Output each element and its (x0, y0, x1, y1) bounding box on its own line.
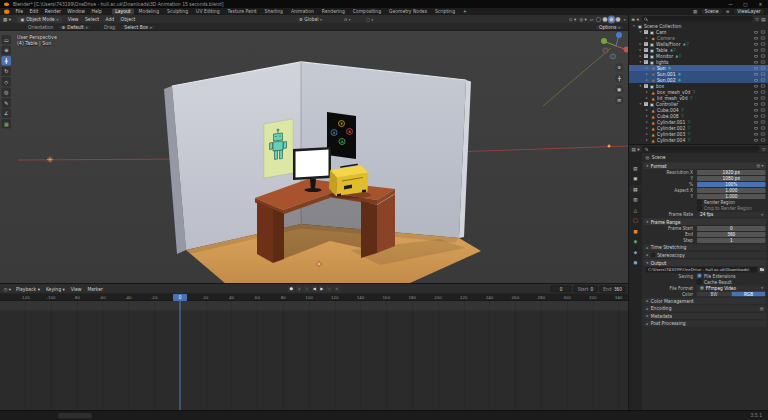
shading-wireframe[interactable] (596, 17, 601, 22)
jump-to-end-button[interactable]: » (334, 286, 341, 293)
mode-dropdown[interactable]: ▣ Object Mode ▾ (17, 16, 62, 22)
color-rgb-button[interactable]: RGB (732, 291, 766, 296)
timeline-tracks[interactable] (0, 301, 628, 410)
timeline-ruler[interactable]: -120-100-80-60-40-2002040608010012014016… (0, 294, 628, 301)
collection-checkbox[interactable] (644, 48, 648, 52)
disable-in-renders-toggle[interactable] (761, 61, 765, 64)
viewport-3d[interactable]: Y X B A (0, 31, 628, 283)
resolution-scale-slider[interactable]: 100% (697, 182, 766, 187)
disable-in-renders-toggle[interactable] (761, 43, 765, 46)
view-layer-selector[interactable]: ViewLayer (733, 8, 765, 15)
render-region-checkbox[interactable] (697, 200, 702, 205)
workspace-tab-shading[interactable]: Shading (261, 9, 286, 15)
properties-tab-tool[interactable]: ▧ (630, 164, 642, 172)
frame-range-panel-header[interactable]: ▾ Frame Range (644, 219, 767, 226)
panel-checkbox[interactable] (651, 253, 655, 257)
collection-checkbox[interactable] (644, 54, 648, 58)
collection-checkbox[interactable] (644, 42, 648, 46)
tool-scale-button[interactable]: ◇ (2, 77, 12, 87)
expand-icon[interactable]: ▸ (645, 108, 649, 112)
expand-icon[interactable]: ▾ (639, 84, 643, 88)
workspace-tab-compositing[interactable]: Compositing (349, 9, 384, 15)
playhead[interactable]: 0 (173, 294, 187, 301)
show-overlays-toggle[interactable]: ◎ ▾ (579, 17, 587, 22)
file-extensions-checkbox[interactable] (697, 274, 702, 279)
disable-in-renders-toggle[interactable] (761, 109, 765, 112)
hide-in-viewport-toggle[interactable] (754, 43, 758, 46)
expand-icon[interactable]: ▸ (639, 54, 643, 58)
aspect-y-field[interactable]: 1.000 (697, 194, 766, 199)
disable-in-renders-toggle[interactable] (761, 103, 765, 106)
disable-in-renders-toggle[interactable] (761, 55, 765, 58)
close-button[interactable]: × (753, 0, 768, 8)
properties-tab-light-data[interactable]: ◉ (630, 238, 642, 246)
jump-to-prev-keyframe-button[interactable]: ‹ (304, 286, 311, 293)
hide-in-viewport-toggle[interactable] (754, 103, 758, 106)
minimize-button[interactable]: — (723, 0, 738, 8)
transform-orientation-dropdown[interactable]: ⊕ Global ▾ (299, 17, 322, 22)
editor-type-icon[interactable]: ▦ ▾ (3, 17, 11, 22)
properties-tab-physics[interactable]: ● (630, 259, 642, 267)
orientation-dropdown[interactable]: ⊕Default▾ (57, 25, 91, 31)
hide-in-viewport-toggle[interactable] (754, 133, 758, 136)
sun-light-origin-2[interactable] (608, 145, 611, 148)
timeline-menu-marker[interactable]: Marker (87, 286, 103, 291)
hide-in-viewport-toggle[interactable] (754, 127, 758, 130)
tool-cursor-button[interactable]: ⊕ (2, 46, 12, 56)
crop-to-render-region-checkbox[interactable] (697, 206, 702, 211)
viewport-menu-select[interactable]: Select (85, 17, 99, 22)
workspace-tab-geometry-nodes[interactable]: Geometry Nodes (386, 9, 431, 15)
output-panel-header[interactable]: ▾ Output (644, 260, 767, 267)
file-format-dropdown[interactable]: ▦FFmpeg Video (697, 285, 766, 290)
zoom-button[interactable]: ⊕ (615, 63, 624, 72)
viewport-menu-add[interactable]: Add (105, 17, 114, 22)
hide-in-viewport-toggle[interactable] (754, 91, 758, 94)
tool-move-button[interactable]: ╋ (2, 56, 12, 66)
playhead-line[interactable] (180, 294, 181, 410)
tool-rotate-button[interactable]: ↻ (2, 67, 12, 77)
toggle-perspective-button[interactable]: ⊞ (615, 96, 624, 105)
navigation-gizmo[interactable] (601, 32, 628, 59)
properties-search-input[interactable] (642, 146, 760, 152)
properties-tab-view-layer[interactable]: ▥ (630, 196, 642, 204)
expand-icon[interactable]: ▸ (645, 138, 649, 142)
disable-in-renders-toggle[interactable] (761, 133, 765, 136)
pan-button[interactable]: ╋ (615, 74, 624, 83)
play-reverse-button[interactable]: ◀ (311, 286, 318, 293)
hide-in-viewport-toggle[interactable] (754, 55, 758, 58)
shading-solid[interactable] (603, 17, 608, 22)
collection-checkbox[interactable] (644, 30, 648, 34)
expand-icon[interactable]: ▾ (639, 30, 643, 34)
snap-toggle[interactable]: ∩ ▾ (344, 17, 350, 22)
disable-in-renders-toggle[interactable] (761, 139, 765, 142)
expand-icon[interactable]: ▾ (639, 102, 643, 106)
hide-in-viewport-toggle[interactable] (754, 115, 758, 118)
panel-stereoscopy[interactable]: ▸Stereoscopy (644, 252, 767, 258)
disable-in-renders-toggle[interactable] (761, 79, 765, 82)
presets-icon[interactable]: ▤ ▾ (756, 164, 763, 169)
sun-light-marker[interactable] (47, 157, 53, 163)
output-path-field[interactable]: C:\Users\743199\OneDrive - hull.ac.uk\Do… (646, 267, 758, 273)
play-button[interactable]: ▶ (319, 286, 326, 293)
scene-selector[interactable]: Scene (700, 8, 723, 15)
disable-in-renders-toggle[interactable] (761, 97, 765, 100)
disable-in-renders-toggle[interactable] (761, 49, 765, 52)
hide-in-viewport-toggle[interactable] (754, 97, 758, 100)
cache-result-checkbox[interactable] (697, 280, 702, 285)
aspect-x-field[interactable]: 1.000 (697, 188, 766, 193)
expand-icon[interactable]: ▸ (639, 48, 643, 52)
auto-keying-toggle[interactable]: ● (288, 286, 295, 293)
panel-encoding[interactable]: ▸Encoding▤ (644, 306, 767, 312)
resolution-y-field[interactable]: 1080 px (697, 176, 766, 181)
menu-help[interactable]: Help (92, 9, 102, 14)
timeline-menu-view[interactable]: View (71, 286, 82, 291)
shading-dropdown-icon[interactable]: ▾ (624, 17, 626, 21)
filter-icon[interactable]: ▽ (762, 146, 765, 151)
workspace-tab-modeling[interactable]: Modeling (135, 9, 162, 15)
expand-icon[interactable]: ▸ (645, 90, 649, 94)
jump-to-start-button[interactable]: « (296, 286, 303, 293)
viewport-menu-object[interactable]: Object (121, 17, 136, 22)
workspace-tab-layout[interactable]: Layout (112, 9, 134, 15)
filter-icon[interactable]: ▽ (755, 16, 758, 21)
shading-material-preview[interactable] (609, 17, 614, 22)
